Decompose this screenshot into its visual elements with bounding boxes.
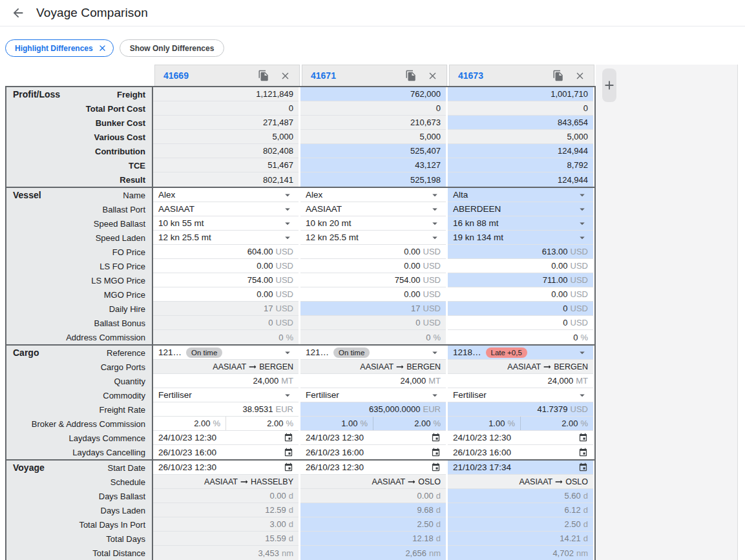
address-commission[interactable]: 2.00% xyxy=(226,417,299,430)
table-row: Speed Ballast10 kn 55 mt10 kn 20 mt16 kn… xyxy=(6,216,594,231)
cell-value: 12.59 xyxy=(265,505,286,515)
split-commission-cell[interactable]: 1.00%2.00% xyxy=(300,417,446,431)
number-cell[interactable]: 754.00USD xyxy=(300,273,446,287)
number-cell[interactable]: 613.00USD xyxy=(448,245,593,259)
select-cell[interactable]: Alta xyxy=(448,188,593,202)
copy-voyage-button[interactable] xyxy=(552,70,564,81)
unit-label: USD xyxy=(423,275,441,285)
table-row: Ballast Bonus0USD0USD0USD xyxy=(6,316,594,330)
select-cell[interactable]: 10 kn 20 mt xyxy=(300,216,446,231)
remove-voyage-button[interactable] xyxy=(280,70,291,81)
date-cell[interactable]: 26/10/23 12:30 xyxy=(153,461,299,475)
number-cell[interactable]: 38.9531EUR xyxy=(153,402,299,417)
table-row: Total Distance3,453nm2,656nm4,702nm xyxy=(6,546,594,560)
chevron-down-icon xyxy=(429,232,441,244)
number-cell[interactable]: 24,000MT xyxy=(448,374,593,388)
vertical-scrollbar[interactable] xyxy=(737,65,745,560)
split-commission-cell[interactable]: 2.00%2.00% xyxy=(153,417,299,431)
close-icon[interactable] xyxy=(98,43,107,53)
number-cell[interactable]: 635,000.0000EUR xyxy=(300,402,446,417)
select-cell[interactable]: Fertiliser xyxy=(153,388,299,402)
voyage-column-header: 41673 xyxy=(449,65,594,86)
add-voyage-button[interactable] xyxy=(602,68,616,102)
voyage-id-link[interactable]: 41673 xyxy=(458,70,483,81)
number-cell[interactable]: 754.00USD xyxy=(153,273,299,287)
address-commission[interactable]: 2.00% xyxy=(373,417,446,430)
select-cell[interactable]: 10 kn 55 mt xyxy=(153,216,299,231)
number-cell: 17USD xyxy=(300,302,446,316)
voyage-id-link[interactable]: 41669 xyxy=(163,70,189,81)
number-cell[interactable]: 0USD xyxy=(448,316,593,330)
remove-voyage-button[interactable] xyxy=(427,70,438,81)
select-cell[interactable]: Fertiliser xyxy=(448,388,593,402)
row-label: Laydays Cancelling xyxy=(72,448,145,457)
calendar-icon[interactable] xyxy=(578,448,588,457)
number-cell[interactable]: 0.00USD xyxy=(448,287,593,302)
number-cell[interactable]: 711.00USD xyxy=(448,273,593,287)
number-cell[interactable]: 604.00USD xyxy=(153,245,299,259)
select-cell[interactable]: Alex xyxy=(300,188,446,202)
number-cell[interactable]: 0.00USD xyxy=(153,259,299,273)
row-label-cell: LS MGO Price xyxy=(6,273,153,287)
cell-value: 754.00 xyxy=(395,275,421,285)
copy-voyage-button[interactable] xyxy=(258,70,269,81)
copy-voyage-button[interactable] xyxy=(405,70,417,81)
select-cell[interactable]: Alex xyxy=(153,188,299,202)
date-cell[interactable]: 24/10/23 12:30 xyxy=(153,431,299,445)
select-cell[interactable]: AASIAAT xyxy=(153,202,299,216)
cell-value: 1,121,849 xyxy=(256,89,293,99)
address-commission[interactable]: 2.00% xyxy=(521,417,593,430)
number-cell[interactable]: 24,000MT xyxy=(300,374,446,388)
number-cell[interactable]: 0.00USD xyxy=(448,259,593,273)
reference-cell[interactable]: 1218…Late +0,5 xyxy=(448,346,593,360)
number-cell[interactable]: 0.00USD xyxy=(300,287,446,302)
calendar-icon[interactable] xyxy=(431,433,441,442)
select-cell[interactable]: 12 kn 25.5 mt xyxy=(300,231,446,245)
voyage-id-link[interactable]: 41671 xyxy=(311,70,336,81)
calendar-icon[interactable] xyxy=(431,448,441,457)
reference-cell[interactable]: 121…On time xyxy=(300,346,446,360)
date-cell[interactable]: 26/10/23 12:30 xyxy=(300,461,446,475)
select-cell[interactable]: 12 kn 25.5 mt xyxy=(153,231,299,245)
number-cell[interactable]: 0.00USD xyxy=(300,259,446,273)
broker-commission[interactable]: 2.00% xyxy=(153,417,226,430)
table-row: Contribution802,408525,407124,944 xyxy=(6,144,594,158)
calendar-icon[interactable] xyxy=(284,462,293,472)
date-cell[interactable]: 21/10/23 17:34 xyxy=(448,461,593,475)
number-cell[interactable]: 0% xyxy=(448,330,593,344)
split-commission-cell[interactable]: 1.00%2.00% xyxy=(448,417,593,431)
date-cell[interactable]: 26/10/23 16:00 xyxy=(300,445,446,459)
select-cell[interactable]: 19 kn 134 mt xyxy=(448,231,593,245)
number-cell[interactable]: 0USD xyxy=(448,302,593,316)
unit-label: USD xyxy=(423,261,441,271)
calendar-icon[interactable] xyxy=(578,433,588,442)
calendar-icon[interactable] xyxy=(578,462,588,472)
select-cell[interactable]: Fertiliser xyxy=(300,388,446,402)
cell-value: 0.00 xyxy=(257,261,273,271)
chip-show-only-differences[interactable]: Show Only Differences xyxy=(120,39,225,57)
reference-cell[interactable]: 121…On time xyxy=(153,346,299,360)
number-cell[interactable]: 0.00USD xyxy=(300,245,446,259)
broker-commission[interactable]: 1.00% xyxy=(300,417,373,430)
number-cell: 0 xyxy=(448,101,593,116)
calendar-icon[interactable] xyxy=(431,462,441,472)
select-cell[interactable]: ABERDEEN xyxy=(448,202,593,216)
calendar-icon[interactable] xyxy=(284,448,293,457)
number-cell[interactable]: 41.7379USD xyxy=(448,402,593,417)
row-label: Daily Hire xyxy=(109,304,145,314)
broker-commission[interactable]: 1.00% xyxy=(448,417,521,430)
date-cell[interactable]: 26/10/23 16:00 xyxy=(448,445,593,459)
date-cell[interactable]: 24/10/23 12:30 xyxy=(448,431,593,445)
date-cell[interactable]: 24/10/23 12:30 xyxy=(300,431,446,445)
row-label: Total Distance xyxy=(92,548,145,558)
number-cell[interactable]: 0.00USD xyxy=(153,287,299,302)
remove-voyage-button[interactable] xyxy=(574,70,585,81)
row-label-cell: Freight Rate xyxy=(6,402,153,417)
number-cell[interactable]: 24,000MT xyxy=(153,374,299,388)
chip-highlight-differences[interactable]: Highlight Differences xyxy=(5,39,114,57)
select-cell[interactable]: 16 kn 88 mt xyxy=(448,216,593,231)
calendar-icon[interactable] xyxy=(284,433,293,442)
date-cell[interactable]: 26/10/23 16:00 xyxy=(153,445,299,459)
select-cell[interactable]: AASIAAT xyxy=(300,202,446,216)
back-button[interactable] xyxy=(9,4,27,22)
